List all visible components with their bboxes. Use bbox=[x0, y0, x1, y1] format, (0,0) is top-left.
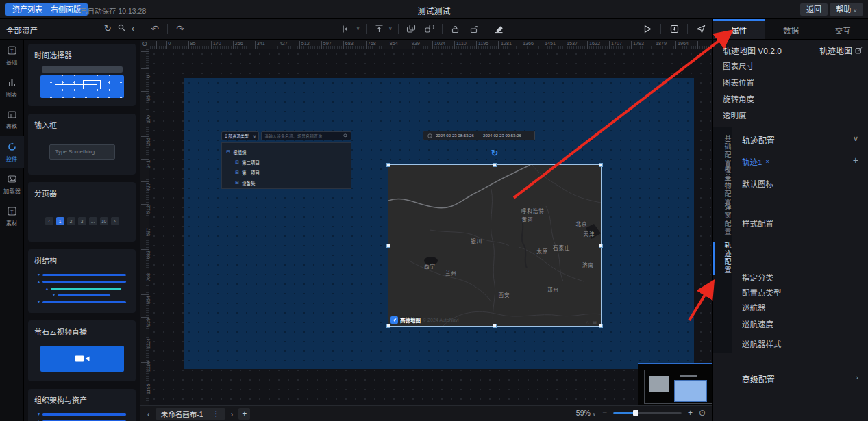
back-button[interactable]: 返回 bbox=[800, 3, 828, 16]
track-section-title: 轨迹配置 bbox=[742, 134, 775, 146]
ungroup-icon[interactable] bbox=[423, 23, 436, 35]
collapse-panel-icon[interactable]: ‹ bbox=[132, 24, 134, 34]
canvas-work-area[interactable]: 全部资源类型∨ 请输入设备名称、场景名称查询 ⊟根组织 ⊞第二项目 ⊞第一项目 … bbox=[149, 49, 712, 405]
expand-node-icon[interactable]: ⊞ bbox=[235, 160, 239, 164]
expand-section-icon[interactable]: › bbox=[856, 373, 858, 381]
ruler-left-label: 597 bbox=[146, 228, 151, 236]
rotate-handle-icon[interactable]: ↻ bbox=[491, 148, 499, 158]
ruler-left-label: 0 bbox=[146, 75, 151, 78]
zoom-out-icon[interactable]: − bbox=[602, 408, 607, 418]
tree-node[interactable]: ⊞第二项目 bbox=[226, 157, 351, 167]
ruler-top: 0851702563414275125976837688549391024111… bbox=[149, 40, 712, 49]
collapse-section-icon[interactable]: ∨ bbox=[853, 134, 858, 143]
preview-play-icon[interactable] bbox=[641, 23, 654, 35]
map-city-label: 银川 bbox=[471, 237, 482, 244]
rail-item-loaders[interactable]: 加载器 bbox=[0, 168, 24, 201]
map-copyright: © 2024 AutoNavi bbox=[423, 318, 459, 322]
rail-item-basic[interactable]: T 基础 bbox=[0, 40, 24, 72]
tree-node[interactable]: ⊞第一项目 bbox=[226, 167, 351, 177]
rail-item-charts[interactable]: 图表 bbox=[0, 72, 24, 104]
asset-card-time-picker[interactable]: 时间选择器 bbox=[28, 44, 136, 106]
canvas-viewport[interactable]: 全部资源类型∨ 请输入设备名称、场景名称查询 ⊟根组织 ⊞第二项目 ⊞第一项目 … bbox=[140, 40, 712, 405]
lock-icon[interactable] bbox=[449, 23, 461, 35]
side-tab-overlay-config[interactable]: 覆盖物配置 bbox=[713, 166, 732, 207]
tab-properties[interactable]: 属性 bbox=[713, 19, 765, 39]
resize-handle-ne[interactable] bbox=[599, 163, 603, 167]
tab-data[interactable]: 数据 bbox=[765, 19, 817, 39]
tree-node-label: 根组织 bbox=[233, 149, 247, 155]
unlock-icon[interactable] bbox=[467, 23, 480, 35]
track-map-component[interactable]: 呼和浩特黄河北京天津银川太原石家庄济南西宁兰州西安郑州 高德地图 © 2024 … bbox=[388, 165, 601, 326]
close-track-icon[interactable]: × bbox=[765, 158, 769, 165]
zoom-slider[interactable] bbox=[613, 412, 682, 414]
zoom-in-icon[interactable]: + bbox=[688, 408, 693, 418]
canvas-tab[interactable]: 未命名画布-1 ⋮ bbox=[156, 408, 225, 420]
asset-card-tree[interactable]: 树结构 ▾ ▴ ▴ ▾ ▾ bbox=[28, 249, 136, 313]
device-search-input[interactable]: 请输入设备名称、场景名称查询 bbox=[261, 131, 351, 140]
ruler-left-label: 939 bbox=[146, 318, 151, 327]
align-top-icon[interactable] bbox=[373, 23, 385, 35]
collapse-node-icon[interactable]: ⊟ bbox=[226, 149, 230, 154]
tree-node[interactable]: ⊞设备集 bbox=[226, 177, 351, 188]
date-range-picker[interactable]: 2024-02-23 08:53:26 – 2024-02-23 09:53:2… bbox=[423, 131, 535, 140]
rail-label: 基础 bbox=[6, 58, 18, 66]
zoom-level-dropdown[interactable]: 59% ∨ bbox=[576, 409, 596, 417]
asset-card-org-assets[interactable]: 组织架构与资产 ▾ ▴ ▴ ▾ ▾ bbox=[28, 389, 136, 421]
rail-item-materials[interactable]: T 素材 bbox=[0, 201, 24, 233]
map-city-label: 济南 bbox=[582, 260, 594, 268]
track-tab-1[interactable]: 轨迹1 bbox=[742, 156, 762, 167]
side-tab-basic-config[interactable]: 基础配置 bbox=[713, 135, 732, 168]
ruler-toggle-eye-icon[interactable]: ⊙ bbox=[140, 40, 149, 49]
resize-handle-nw[interactable] bbox=[386, 163, 390, 167]
asset-card-input[interactable]: 输入框 Type Something bbox=[28, 114, 136, 175]
search-icon[interactable] bbox=[118, 24, 125, 34]
rail-item-controls[interactable]: 控件 bbox=[0, 136, 24, 168]
side-tab-track-config[interactable]: 轨迹配置 bbox=[713, 242, 732, 275]
field-label: 透明度 bbox=[723, 110, 747, 120]
fit-view-eye-icon[interactable]: ⊙ bbox=[699, 408, 706, 418]
asset-card-pagination[interactable]: 分页器 ‹ 1 2 3 ... 10 › bbox=[28, 182, 136, 242]
card-title: 输入框 bbox=[28, 114, 136, 133]
resize-handle-sw[interactable] bbox=[386, 324, 390, 328]
group-icon[interactable] bbox=[405, 23, 417, 35]
prev-canvas-icon[interactable]: ‹ bbox=[147, 410, 150, 418]
ruler-left-label: 1110 bbox=[146, 361, 151, 372]
chevron-down-icon: ∨ bbox=[253, 133, 256, 138]
add-track-icon[interactable]: + bbox=[853, 155, 858, 166]
chart-position-row: 图表位置 bbox=[723, 75, 863, 89]
resize-handle-w[interactable] bbox=[386, 244, 390, 248]
expand-node-icon[interactable]: ⊞ bbox=[235, 170, 239, 175]
tab-interaction[interactable]: 交互 bbox=[817, 19, 868, 39]
chevron-down-icon[interactable]: ∨ bbox=[356, 26, 360, 31]
eraser-icon[interactable] bbox=[493, 23, 505, 35]
assets-panel-header: 全部资产 ↻ ‹ bbox=[0, 19, 140, 40]
align-left-icon[interactable] bbox=[340, 23, 353, 35]
tree-node[interactable]: ⊟根组织 bbox=[226, 146, 351, 157]
org-tree-widget[interactable]: 全部资源类型∨ 请输入设备名称、场景名称查询 ⊟根组织 ⊞第二项目 ⊞第一项目 … bbox=[221, 131, 351, 189]
help-button[interactable]: 帮助∨ bbox=[830, 3, 863, 16]
chevron-down-icon[interactable]: ∨ bbox=[388, 26, 392, 31]
publish-icon[interactable] bbox=[695, 23, 707, 35]
add-canvas-button[interactable]: + bbox=[238, 408, 250, 420]
refresh-icon[interactable]: ↻ bbox=[104, 24, 112, 34]
expand-node-icon[interactable]: ⊞ bbox=[235, 180, 239, 185]
asset-card-ezviz-video[interactable]: 萤石云视频直播 bbox=[28, 320, 136, 381]
snapshot-save-icon[interactable] bbox=[668, 23, 680, 35]
next-canvas-icon[interactable]: › bbox=[231, 410, 234, 418]
resource-type-dropdown[interactable]: 全部资源类型∨ bbox=[221, 131, 259, 140]
canvas-tab-menu-icon[interactable]: ⋮ bbox=[213, 410, 220, 418]
field-label: 旋转角度 bbox=[723, 93, 754, 104]
resize-handle-n[interactable] bbox=[493, 163, 497, 167]
resize-handle-se[interactable] bbox=[599, 324, 603, 328]
redo-icon[interactable]: ↷ bbox=[174, 23, 186, 35]
resize-handle-e[interactable] bbox=[599, 244, 603, 248]
undo-icon[interactable]: ↶ bbox=[149, 23, 161, 35]
component-link[interactable]: 轨迹地图 bbox=[819, 44, 863, 56]
rail-item-tables[interactable]: 表格 bbox=[0, 104, 24, 136]
zoom-slider-handle[interactable] bbox=[633, 410, 638, 416]
resize-handle-s[interactable] bbox=[493, 324, 497, 328]
asset-list-button[interactable]: 资产列表 bbox=[5, 3, 49, 16]
minimap[interactable] bbox=[638, 363, 712, 405]
zoom-level-value: 59% bbox=[576, 409, 591, 417]
side-tab-popup-config[interactable]: 弹窗配置 bbox=[713, 203, 732, 236]
